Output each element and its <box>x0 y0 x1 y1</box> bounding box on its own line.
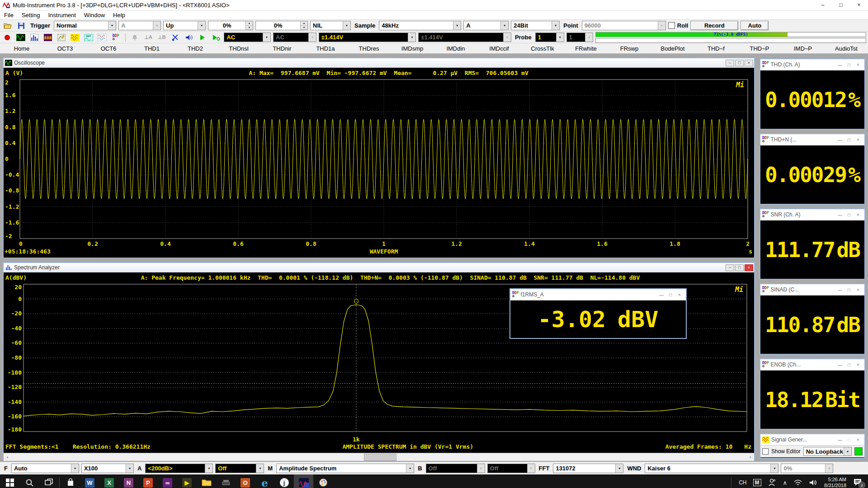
single-run-icon[interactable] <box>210 32 222 42</box>
spectrum-3d-icon[interactable] <box>56 32 67 42</box>
ddp-viewer-icon[interactable]: DDP⊕ <box>110 32 122 42</box>
wifi-icon[interactable] <box>793 479 802 486</box>
tab-home[interactable]: Home <box>0 45 43 52</box>
tab-thd1a[interactable]: THD1a <box>304 45 347 52</box>
multi-instrument-icon[interactable] <box>294 474 313 488</box>
checkbox-icon[interactable] <box>668 22 675 29</box>
tab-bodeplot[interactable]: BodePlot <box>651 45 694 52</box>
media-j-icon[interactable]: j <box>274 474 294 488</box>
oscilloscope-icon[interactable] <box>15 32 27 42</box>
language-indicator[interactable]: CH <box>739 479 746 486</box>
excel-icon[interactable]: X <box>99 474 119 488</box>
panel-maximize-icon[interactable]: □ <box>844 287 854 292</box>
derived-data-icon[interactable] <box>97 32 108 42</box>
snr-panel-title-bar[interactable]: DDP⊕SNR (Ch. A)—□× <box>760 209 864 221</box>
auto-button[interactable]: Auto <box>741 21 769 30</box>
tab-oct6[interactable]: OCT6 <box>87 45 130 52</box>
range-a-db-select[interactable]: <200dB> <box>145 464 213 473</box>
oscilloscope-restore-icon[interactable]: □ <box>735 60 744 66</box>
x-zoom-select[interactable]: X100 <box>81 464 134 473</box>
sinad-panel-title-bar[interactable]: DDP⊕SINAD (C...—□× <box>760 284 864 296</box>
panel-close-icon[interactable]: × <box>854 212 863 217</box>
paint-icon[interactable] <box>313 474 333 488</box>
frequency-axis-select[interactable]: Auto <box>11 464 79 473</box>
loopback-select[interactable]: No Loopback <box>803 447 852 456</box>
trigger-edge-select[interactable]: Up <box>163 21 206 30</box>
save-icon[interactable] <box>15 20 27 31</box>
menu-setting[interactable]: Setting <box>18 12 44 19</box>
tab-thdnir[interactable]: THDnir <box>260 45 304 52</box>
multimeter-icon[interactable]: 888 <box>42 32 54 42</box>
search-icon[interactable] <box>19 474 39 488</box>
f1rms-close-icon[interactable]: × <box>675 292 684 297</box>
probe-a-select[interactable]: 1 <box>535 33 564 42</box>
labview-icon[interactable]: ▶ <box>177 474 197 488</box>
menu-window[interactable]: Window <box>80 12 109 19</box>
siggen-close-icon[interactable]: × <box>854 437 863 442</box>
word-icon[interactable]: W <box>80 474 99 488</box>
powerpoint-icon[interactable]: P <box>138 474 158 488</box>
spectrum-title-bar[interactable]: Spectrum Analyzer – □ × <box>4 263 754 272</box>
tab-imddin[interactable]: IMDdin <box>434 45 477 52</box>
tab-thdnsl[interactable]: THDnsl <box>217 45 260 52</box>
device-test-plan-icon[interactable]: DUT <box>83 32 94 42</box>
thdn-panel-title-bar[interactable]: DDP⊕THD+N (...—□× <box>760 134 864 145</box>
signal-generator-icon[interactable] <box>70 32 81 42</box>
spinner-arrows-icon[interactable]: ▲▼ <box>300 21 307 30</box>
siggen-title-bar[interactable]: Signal Gener... — □ × <box>760 434 864 446</box>
coupling-a-select[interactable]: AC <box>224 33 271 42</box>
spectrum-hscrollbar[interactable]: ‹ › <box>4 453 754 461</box>
panel-maximize-icon[interactable]: □ <box>844 212 854 217</box>
record-button[interactable]: Record <box>690 21 738 30</box>
tab-thd2[interactable]: THD2 <box>174 45 217 52</box>
show-editor-checkbox[interactable] <box>762 448 769 455</box>
panel-close-icon[interactable]: × <box>854 62 863 67</box>
spectrum-minimize-icon[interactable]: – <box>726 264 734 271</box>
panel-close-icon[interactable]: × <box>854 137 863 142</box>
analysis-mode-select[interactable]: Amplitude Spectrum <box>276 464 414 473</box>
panel-maximize-icon[interactable]: □ <box>844 137 854 142</box>
run-stop-icon[interactable] <box>2 32 13 42</box>
store-icon[interactable] <box>61 474 80 488</box>
calibration-icon[interactable] <box>170 32 181 42</box>
maximize-button[interactable]: □ <box>832 0 850 10</box>
menu-help[interactable]: Help <box>109 12 129 19</box>
tray-expand-icon[interactable]: ∧ <box>783 479 788 486</box>
close-button[interactable]: × <box>850 0 868 10</box>
task-view-icon[interactable] <box>39 474 58 488</box>
people-icon[interactable] <box>768 479 777 487</box>
minimize-button[interactable]: – <box>814 0 832 10</box>
edge-icon[interactable]: e <box>255 474 274 488</box>
panel-minimize-icon[interactable]: — <box>835 137 844 142</box>
tab-oct3[interactable]: OCT3 <box>43 45 87 52</box>
scroll-left-icon[interactable]: ‹ <box>4 453 11 460</box>
tab-imdccif[interactable]: IMDccif <box>477 45 521 52</box>
tab-thd~f[interactable]: THD~f <box>694 45 738 52</box>
tab-imd~p[interactable]: IMD~P <box>781 45 825 52</box>
tab-frswp[interactable]: FRswp <box>608 45 651 52</box>
f1rms-maximize-icon[interactable]: □ <box>666 292 675 297</box>
bit-depth-select[interactable]: 24Bit <box>511 21 560 30</box>
action-center-icon[interactable]: 2 <box>853 478 863 488</box>
window-function-select[interactable]: Kaiser 6 <box>645 464 778 473</box>
tab-thd1[interactable]: THD1 <box>130 45 174 52</box>
file-explorer-icon[interactable] <box>197 474 216 488</box>
tab-crosstlk[interactable]: CrossTlk <box>521 45 564 52</box>
enob-panel-title-bar[interactable]: DDP⊕ENOB (Ch...—□× <box>760 359 864 371</box>
speaker-icon[interactable] <box>183 32 194 42</box>
panel-close-icon[interactable]: × <box>854 287 863 292</box>
menu-file[interactable]: File <box>0 12 18 19</box>
taskbar-clock[interactable]: 5:26 AM 8/31/2018 <box>824 477 846 488</box>
sampling-channel-select[interactable]: A <box>463 21 509 30</box>
tab-imdsmp[interactable]: IMDsmp <box>391 45 434 52</box>
siggen-minimize-icon[interactable]: — <box>835 437 844 442</box>
fft-size-select[interactable]: 131072 <box>553 464 623 473</box>
scanner-icon[interactable] <box>216 474 236 488</box>
ime-indicator[interactable]: M <box>753 479 761 486</box>
f1rms-minimize-icon[interactable]: — <box>657 292 666 297</box>
oscilloscope-minimize-icon[interactable]: – <box>726 60 734 66</box>
thd-panel-title-bar[interactable]: DDP⊕THD (Ch. A)—□× <box>760 59 864 70</box>
trigger-frequency-select[interactable]: NIL <box>310 21 351 30</box>
gain-a-select[interactable]: Off <box>215 464 264 473</box>
spectrum-restore-icon[interactable]: □ <box>735 264 744 271</box>
